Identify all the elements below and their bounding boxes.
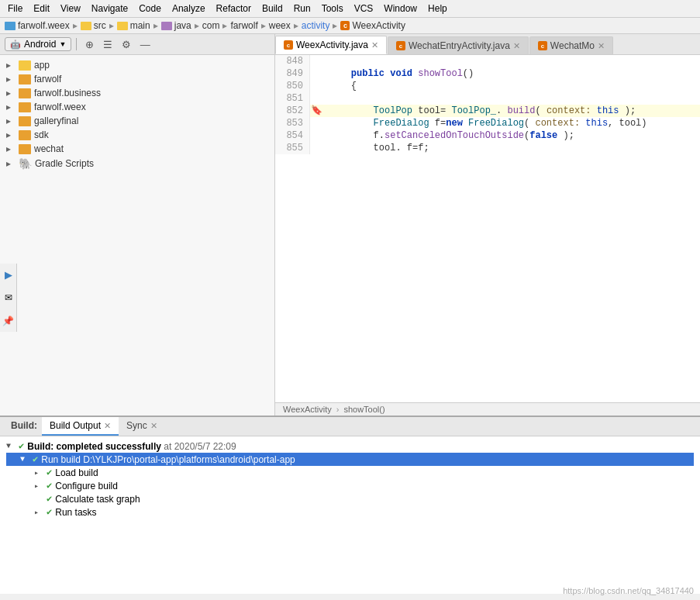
- menu-window[interactable]: Window: [379, 2, 422, 16]
- separator: [76, 38, 77, 50]
- breadcrumb-farwolf[interactable]: farwolf: [230, 20, 257, 31]
- tab-build-output[interactable]: Build Output ✕: [42, 417, 119, 436]
- expand-icon: ▸: [6, 88, 16, 98]
- close-tab-button[interactable]: ✕: [598, 41, 605, 51]
- check-icon: ✔: [19, 440, 24, 452]
- left-side-icons: ▶ ✉ 📌: [0, 264, 17, 332]
- close-sync-button[interactable]: ✕: [150, 421, 157, 431]
- folder-icon: [19, 116, 31, 126]
- editor-status-bar: WeexActivity › showTool(): [275, 402, 700, 416]
- expand-icon: ▸: [6, 102, 16, 112]
- menu-file[interactable]: File: [3, 2, 27, 16]
- folder-icon: [19, 144, 31, 154]
- breadcrumb-com[interactable]: com: [202, 20, 220, 31]
- folder-icon: [19, 130, 31, 140]
- code-line-849: 849 public void showTool(): [275, 67, 700, 80]
- sync-button[interactable]: ⊕: [81, 36, 97, 52]
- menu-help[interactable]: Help: [423, 2, 452, 16]
- expand-icon: ▸: [34, 508, 43, 517]
- close-tab-button[interactable]: ✕: [513, 41, 520, 51]
- settings-button[interactable]: ☰: [100, 36, 116, 52]
- build-row-taskgraph[interactable]: ▸ ✔ Calculate task graph: [6, 492, 694, 505]
- main-layout: 🤖 Android ▼ ⊕ ☰ ⚙ — ▸ app ▸: [0, 34, 700, 594]
- message-icon[interactable]: ✉: [1, 290, 16, 305]
- tree-item-farwolf-weex[interactable]: ▸ farwolf.weex: [0, 100, 274, 114]
- code-line-855: 855 tool. f=f;: [275, 142, 700, 154]
- menu-navigate[interactable]: Navigate: [87, 2, 133, 16]
- expand-icon: ▸: [6, 158, 16, 169]
- menu-analyze[interactable]: Analyze: [167, 2, 210, 16]
- check-icon: ✔: [47, 493, 52, 505]
- breadcrumb-java[interactable]: java: [161, 20, 191, 31]
- folder-icon: [19, 102, 31, 112]
- pin-icon[interactable]: 📌: [1, 313, 16, 329]
- breadcrumb-main[interactable]: main: [117, 20, 150, 31]
- build-row-runtasks[interactable]: ▸ ✔ Run tasks: [6, 505, 694, 519]
- build-row-run[interactable]: ▼ ✔ Run build D:\YLKJPro\portal-app\plat…: [6, 453, 694, 466]
- bottom-tabs-bar: Build: Build Output ✕ Sync ✕: [0, 417, 700, 436]
- breadcrumb-activity[interactable]: activity: [302, 20, 330, 31]
- expand-icon: ▸: [6, 143, 16, 154]
- code-line-852: 852 🔖 ToolPop tool= ToolPop_. build( con…: [275, 105, 700, 117]
- build-row-0[interactable]: ▼ ✔ Build: completed successfully at 202…: [6, 440, 694, 453]
- sidebar: 🤖 Android ▼ ⊕ ☰ ⚙ — ▸ app ▸: [0, 34, 275, 416]
- tab-sync[interactable]: Sync ✕: [119, 417, 165, 436]
- bottom-panel: Build: Build Output ✕ Sync ✕ ▼ ✔ Build: …: [0, 416, 700, 594]
- tree-item-galleryfinal[interactable]: ▸ galleryfinal: [0, 114, 274, 128]
- tree-item-app[interactable]: ▸ app: [0, 58, 274, 72]
- menu-tools[interactable]: Tools: [317, 2, 348, 16]
- gear-icon[interactable]: ⚙: [119, 36, 134, 52]
- menu-edit[interactable]: Edit: [29, 2, 54, 16]
- editor-area: c WeexActivity.java ✕ c WechatEntryActiv…: [275, 34, 700, 416]
- expand-icon: ▸: [6, 60, 16, 71]
- watermark: https://blog.csdn.net/qq_34817440: [563, 586, 694, 595]
- menu-code[interactable]: Code: [134, 2, 166, 16]
- menu-view[interactable]: View: [56, 2, 85, 16]
- menu-build[interactable]: Build: [257, 2, 288, 16]
- code-line-848: 848: [275, 55, 700, 67]
- expand-icon: ▸: [34, 468, 43, 478]
- build-row-configure[interactable]: ▸ ✔ Configure build: [6, 479, 694, 492]
- content-area: 🤖 Android ▼ ⊕ ☰ ⚙ — ▸ app ▸: [0, 34, 700, 416]
- menu-run[interactable]: Run: [289, 2, 316, 16]
- tree-item-gradle[interactable]: ▸ 🐘 Gradle Scripts: [0, 156, 274, 171]
- folder-icon: [19, 60, 31, 71]
- dropdown-arrow-icon: ▼: [59, 40, 66, 48]
- code-lines: 848 849 public void showTool(): [275, 55, 700, 154]
- class-icon: c: [284, 40, 293, 50]
- breadcrumb-weex[interactable]: weex: [269, 20, 291, 31]
- android-selector[interactable]: 🤖 Android ▼: [5, 37, 71, 51]
- tabs-bar: c WeexActivity.java ✕ c WechatEntryActiv…: [275, 34, 700, 55]
- breadcrumb-class[interactable]: c WeexActivity: [340, 20, 405, 31]
- menu-vcs[interactable]: VCS: [350, 2, 378, 16]
- tab-wechat-mo[interactable]: c WechatMo ✕: [529, 36, 613, 54]
- run-icon[interactable]: ▶: [1, 267, 16, 282]
- breadcrumb-root[interactable]: farwolf.weex: [5, 20, 70, 31]
- tree-item-farwolf-business[interactable]: ▸ farwolf.business: [0, 86, 274, 100]
- menu-refactor[interactable]: Refactor: [212, 2, 256, 16]
- class-icon: c: [396, 41, 405, 50]
- tab-wechat-entry[interactable]: c WechatEntryActivity.java ✕: [388, 36, 529, 54]
- sidebar-toolbar: 🤖 Android ▼ ⊕ ☰ ⚙ —: [0, 34, 274, 55]
- close-tab-button[interactable]: ✕: [371, 40, 378, 50]
- expand-icon: ▸: [6, 129, 16, 140]
- check-icon: ✔: [47, 467, 52, 478]
- gradle-icon: 🐘: [19, 157, 32, 170]
- tree-item-farwolf[interactable]: ▸ farwolf: [0, 72, 274, 86]
- code-editor[interactable]: 848 849 public void showTool(): [275, 55, 700, 402]
- build-output-content: ▼ ✔ Build: completed successfully at 202…: [0, 436, 700, 594]
- breadcrumb-src[interactable]: src: [81, 20, 106, 31]
- bottom-tab-build-label: Build:: [3, 417, 42, 436]
- folder-icon: [5, 22, 16, 30]
- code-line-853: 853 FreeDialog f=new FreeDialog( context…: [275, 117, 700, 129]
- build-row-load[interactable]: ▸ ✔ Load build: [6, 466, 694, 479]
- expand-icon: ▼: [6, 442, 16, 450]
- code-line-851: 851: [275, 92, 700, 105]
- close-build-output-button[interactable]: ✕: [104, 421, 111, 431]
- minimize-button[interactable]: —: [137, 36, 153, 52]
- code-line-850: 850 {: [275, 80, 700, 92]
- expand-icon: ▸: [6, 74, 16, 84]
- tree-item-wechat[interactable]: ▸ wechat: [0, 142, 274, 156]
- tab-weex-activity[interactable]: c WeexActivity.java ✕: [275, 36, 387, 54]
- tree-item-sdk[interactable]: ▸ sdk: [0, 128, 274, 142]
